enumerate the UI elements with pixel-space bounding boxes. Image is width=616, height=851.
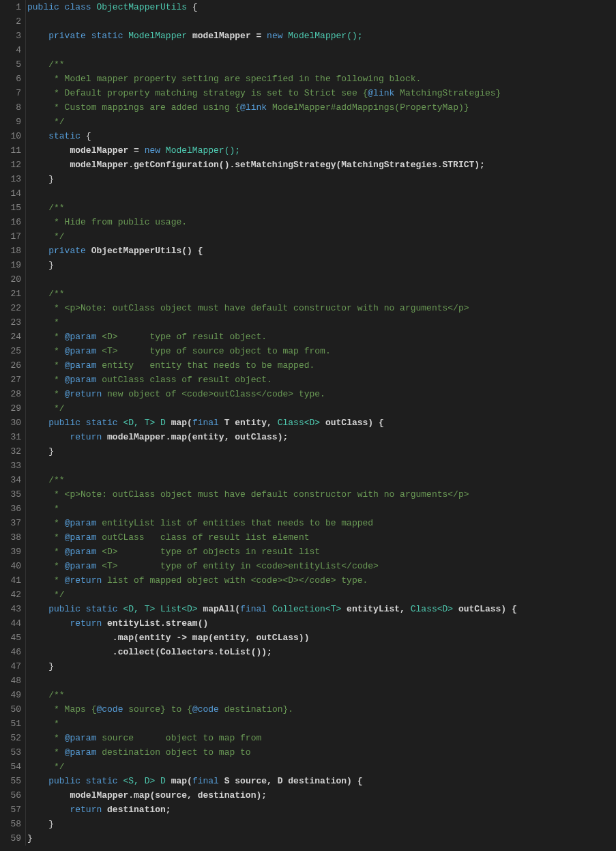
line-number: 24 <box>0 330 21 344</box>
line-number: 14 <box>0 186 21 201</box>
line-number: 26 <box>0 358 21 373</box>
code-line[interactable]: * <p>Note: outClass object must have def… <box>27 301 616 315</box>
code-line[interactable]: .collect(Collectors.toList()); <box>27 645 616 659</box>
line-number: 58 <box>0 817 21 831</box>
code-line[interactable]: * @param entityList list of entities tha… <box>27 516 616 530</box>
code-line[interactable]: private ObjectMapperUtils() { <box>27 244 616 258</box>
line-number: 6 <box>0 72 21 86</box>
code-line[interactable]: modelMapper.map(source, destination); <box>27 788 616 803</box>
code-line[interactable] <box>27 459 616 473</box>
line-number: 1 <box>0 0 21 14</box>
code-line[interactable] <box>27 43 616 57</box>
line-number: 35 <box>0 487 21 502</box>
code-editor: 1234567891011121314151617181920212223242… <box>0 0 616 846</box>
line-number: 18 <box>0 244 21 258</box>
code-line[interactable]: return destination; <box>27 803 616 817</box>
code-line[interactable]: /** <box>27 287 616 301</box>
line-number: 54 <box>0 760 21 774</box>
line-number: 43 <box>0 602 21 616</box>
code-line[interactable]: modelMapper = new ModelMapper(); <box>27 143 616 158</box>
line-number: 9 <box>0 115 21 129</box>
line-number: 44 <box>0 616 21 631</box>
code-line[interactable]: public class ObjectMapperUtils { <box>27 0 616 14</box>
code-line[interactable]: * Default property matching strategy is … <box>27 86 616 100</box>
code-line[interactable]: * Maps {@code source} to {@code destinat… <box>27 702 616 717</box>
code-line[interactable]: .map(entity -> map(entity, outCLass)) <box>27 631 616 645</box>
line-number: 42 <box>0 588 21 602</box>
code-line[interactable]: */ <box>27 588 616 602</box>
code-line[interactable] <box>27 186 616 201</box>
line-number-gutter: 1234567891011121314151617181920212223242… <box>0 0 26 846</box>
code-line[interactable]: * @param <T> type of entity in <code>ent… <box>27 559 616 573</box>
code-content[interactable]: public class ObjectMapperUtils { private… <box>26 0 616 846</box>
code-line[interactable]: * @param <T> type of source object to ma… <box>27 344 616 358</box>
line-number: 17 <box>0 229 21 244</box>
line-number: 51 <box>0 717 21 731</box>
code-line[interactable]: /** <box>27 473 616 487</box>
line-number: 56 <box>0 788 21 803</box>
code-line[interactable]: * <box>27 315 616 330</box>
code-line[interactable]: static { <box>27 129 616 143</box>
line-number: 5 <box>0 57 21 72</box>
code-line[interactable]: } <box>27 659 616 674</box>
code-line[interactable]: */ <box>27 401 616 416</box>
code-line[interactable]: private static ModelMapper modelMapper =… <box>27 29 616 43</box>
code-line[interactable]: return entityList.stream() <box>27 616 616 631</box>
code-line[interactable] <box>27 272 616 287</box>
code-line[interactable]: } <box>27 172 616 186</box>
code-line[interactable]: */ <box>27 115 616 129</box>
line-number: 39 <box>0 545 21 559</box>
code-line[interactable]: */ <box>27 760 616 774</box>
line-number: 36 <box>0 502 21 516</box>
code-line[interactable]: * @param destination object to map to <box>27 745 616 760</box>
line-number: 40 <box>0 559 21 573</box>
code-line[interactable]: } <box>27 817 616 831</box>
code-line[interactable]: /** <box>27 201 616 215</box>
line-number: 15 <box>0 201 21 215</box>
code-line[interactable]: * @param source object to map from <box>27 731 616 745</box>
line-number: 47 <box>0 659 21 674</box>
line-number: 25 <box>0 344 21 358</box>
code-line[interactable]: * Custom mappings are added using {@link… <box>27 100 616 115</box>
line-number: 23 <box>0 315 21 330</box>
code-line[interactable]: */ <box>27 229 616 244</box>
line-number: 21 <box>0 287 21 301</box>
line-number: 8 <box>0 100 21 115</box>
line-number: 53 <box>0 745 21 760</box>
code-line[interactable]: return modelMapper.map(entity, outClass)… <box>27 430 616 444</box>
code-line[interactable]: * @return new object of <code>outClass</… <box>27 387 616 401</box>
code-line[interactable]: * Model mapper property setting are spec… <box>27 72 616 86</box>
line-number: 11 <box>0 143 21 158</box>
code-line[interactable]: /** <box>27 688 616 702</box>
line-number: 27 <box>0 373 21 387</box>
code-line[interactable]: modelMapper.getConfiguration().setMatchi… <box>27 158 616 172</box>
code-line[interactable]: /** <box>27 57 616 72</box>
line-number: 59 <box>0 831 21 846</box>
code-line[interactable]: * Hide from public usage. <box>27 215 616 229</box>
code-line[interactable]: public static <S, D> D map(final S sourc… <box>27 774 616 788</box>
code-line[interactable]: * <p>Note: outClass object must have def… <box>27 487 616 502</box>
line-number: 49 <box>0 688 21 702</box>
code-line[interactable]: public static <D, T> List<D> mapAll(fina… <box>27 602 616 616</box>
line-number: 57 <box>0 803 21 817</box>
code-line[interactable]: * <box>27 717 616 731</box>
code-line[interactable]: } <box>27 258 616 272</box>
line-number: 3 <box>0 29 21 43</box>
code-line[interactable]: * @return list of mapped object with <co… <box>27 573 616 588</box>
line-number: 48 <box>0 674 21 688</box>
line-number: 20 <box>0 272 21 287</box>
code-line[interactable]: * @param entity entity that needs to be … <box>27 358 616 373</box>
code-line[interactable] <box>27 674 616 688</box>
code-line[interactable]: * <box>27 502 616 516</box>
code-line[interactable]: * @param outClass class of result object… <box>27 373 616 387</box>
code-line[interactable]: } <box>27 444 616 459</box>
code-line[interactable]: public static <D, T> D map(final T entit… <box>27 416 616 430</box>
code-line[interactable]: * @param <D> type of objects in result l… <box>27 545 616 559</box>
line-number: 38 <box>0 530 21 545</box>
line-number: 55 <box>0 774 21 788</box>
code-line[interactable] <box>27 14 616 29</box>
code-line[interactable]: * @param <D> type of result object. <box>27 330 616 344</box>
code-line[interactable]: * @param outCLass class of result list e… <box>27 530 616 545</box>
code-line[interactable]: } <box>27 831 616 846</box>
line-number: 45 <box>0 631 21 645</box>
